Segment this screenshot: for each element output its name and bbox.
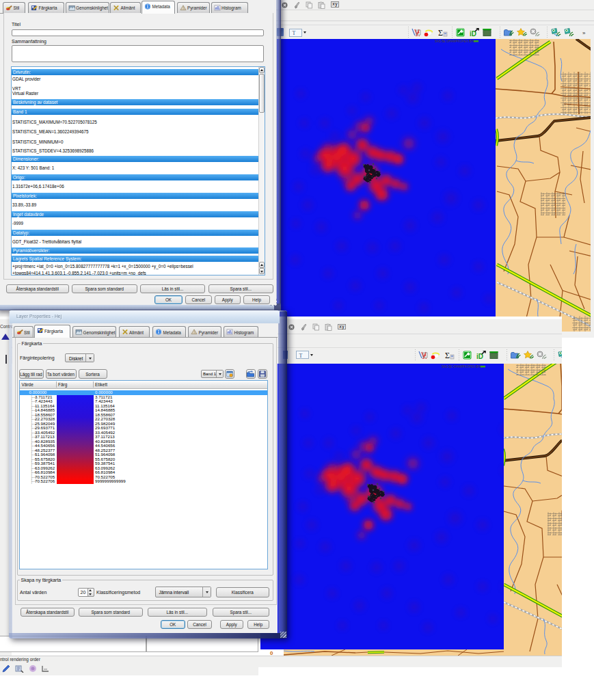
svg-text:Σ: Σ [438, 28, 443, 37]
svg-text:5AS-5E OHAMPKOPEN BHL: 5AS-5E OHAMPKOPEN BHL [435, 40, 476, 43]
svg-text:5AS-5E OHAMPKOPEN BHL: 5AS-5E OHAMPKOPEN BHL [442, 365, 483, 368]
svg-text:Σ: Σ [445, 351, 450, 360]
